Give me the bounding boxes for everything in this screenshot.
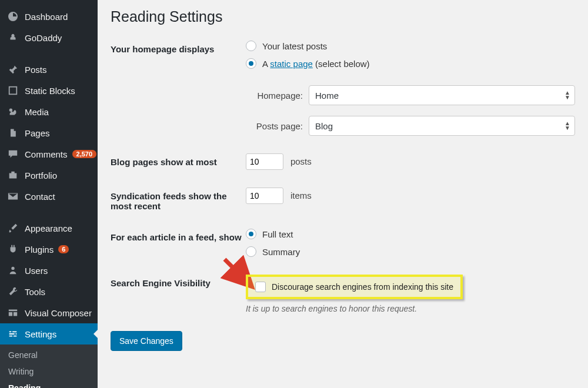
sidebar-item-label: GoDaddy [25, 33, 62, 43]
homepage-select[interactable]: Home [309, 85, 575, 105]
sev-note: It is up to search engines to honor this… [246, 304, 575, 313]
sev-label: Search Engine Visibility [111, 275, 246, 288]
wrench-icon [7, 286, 19, 297]
radio-summary[interactable]: Summary [246, 246, 575, 257]
blog-pages-label: Blog pages show at most [111, 153, 246, 167]
sev-highlight[interactable]: Discourage search engines from indexing … [246, 275, 463, 299]
homepage-select-label: Homepage: [246, 91, 303, 101]
users-icon [7, 265, 19, 276]
sidebar-item-label: Plugins [25, 245, 54, 255]
radio-full-text-input[interactable] [246, 229, 256, 239]
row-blog-pages: Blog pages show at most posts [111, 153, 575, 170]
static-page-link[interactable]: static page [270, 59, 313, 69]
plugins-badge: 6 [58, 245, 69, 253]
radio-latest-posts-input[interactable] [246, 41, 256, 51]
visual-composer-icon [7, 307, 19, 319]
blog-pages-suffix: posts [290, 156, 312, 166]
comment-icon [7, 148, 19, 160]
sidebar-item-label: Visual Composer [25, 308, 92, 318]
radio-static-page[interactable]: A static page (select below) [246, 58, 575, 69]
postspage-select-row: Posts page: Blog ▲▼ [246, 116, 575, 136]
postspage-select[interactable]: Blog [309, 116, 575, 136]
radio-label: Your latest posts [262, 41, 327, 51]
sidebar-item-settings[interactable]: Settings [0, 323, 98, 344]
sidebar-item-static-blocks[interactable]: Static Blocks [0, 80, 98, 101]
row-homepage-displays: Your homepage displays Your latest posts… [111, 41, 575, 136]
syndication-suffix: items [290, 190, 312, 200]
sidebar-item-contact[interactable]: Contact [0, 186, 98, 207]
settings-submenu: General Writing Reading [0, 344, 98, 388]
godaddy-icon [7, 32, 19, 44]
radio-label: Summary [262, 247, 300, 257]
sidebar-item-comments[interactable]: Comments 2,570 [0, 143, 98, 165]
pin-icon [7, 63, 19, 75]
page-title: Reading Settings [111, 8, 575, 25]
sidebar-item-label: Dashboard [25, 12, 68, 22]
sidebar-item-label: Users [25, 266, 48, 276]
sidebar-item-label: Portfolio [25, 170, 57, 180]
radio-label: Full text [262, 229, 293, 239]
radio-static-page-input[interactable] [246, 58, 256, 69]
sidebar-item-portfolio[interactable]: Portfolio [0, 165, 98, 186]
submenu-item-writing[interactable]: Writing [0, 363, 98, 380]
sidebar-item-label: Settings [25, 329, 56, 339]
sidebar-item-visual-composer[interactable]: Visual Composer [0, 302, 98, 323]
sidebar-item-plugins[interactable]: Plugins 6 [0, 239, 98, 260]
sidebar-item-label: Contact [25, 192, 55, 202]
feed-article-label: For each article in a feed, show [111, 229, 246, 242]
sidebar-item-pages[interactable]: Pages [0, 122, 98, 143]
block-icon [7, 85, 19, 96]
sidebar-item-label: Comments [25, 149, 68, 159]
blog-pages-input[interactable] [246, 153, 283, 170]
row-search-engine-visibility: Search Engine Visibility Discourage sear… [111, 275, 575, 313]
submenu-item-reading[interactable]: Reading [0, 380, 98, 388]
plug-icon [7, 243, 19, 255]
brush-icon [7, 222, 19, 234]
dashboard-icon [7, 11, 19, 22]
sliders-icon [7, 328, 19, 340]
sidebar-item-godaddy[interactable]: GoDaddy [0, 27, 98, 48]
comments-badge: 2,570 [72, 150, 97, 158]
sidebar-item-dashboard[interactable]: Dashboard [0, 6, 98, 27]
radio-full-text[interactable]: Full text [246, 229, 575, 239]
sidebar-item-appearance[interactable]: Appearance [0, 218, 98, 239]
envelope-icon [7, 190, 19, 202]
sidebar-item-label: Posts [25, 65, 47, 75]
main-content: Reading Settings Your homepage displays … [98, 0, 588, 388]
sev-checkbox-label: Discourage search engines from indexing … [272, 282, 453, 292]
sidebar-item-media[interactable]: Media [0, 101, 98, 122]
sidebar-item-users[interactable]: Users [0, 260, 98, 281]
sidebar-item-label: Tools [25, 287, 45, 297]
pages-icon [7, 127, 19, 139]
media-icon [7, 106, 19, 118]
submenu-item-general[interactable]: General [0, 347, 98, 363]
homepage-select-row: Homepage: Home ▲▼ [246, 85, 575, 105]
syndication-label: Syndication feeds show the most recent [111, 188, 246, 211]
row-syndication: Syndication feeds show the most recent i… [111, 188, 575, 211]
svg-rect-0 [9, 87, 17, 95]
row-feed-article: For each article in a feed, show Full te… [111, 229, 575, 257]
sev-checkbox[interactable] [255, 282, 266, 292]
sidebar-item-label: Static Blocks [25, 86, 75, 96]
sidebar-item-tools[interactable]: Tools [0, 281, 98, 302]
syndication-input[interactable] [246, 188, 283, 204]
radio-latest-posts[interactable]: Your latest posts [246, 41, 575, 51]
portfolio-icon [7, 169, 19, 181]
sidebar-item-label: Media [25, 107, 49, 117]
radio-summary-input[interactable] [246, 246, 256, 257]
sidebar-item-posts[interactable]: Posts [0, 59, 98, 80]
homepage-displays-label: Your homepage displays [111, 41, 246, 54]
sidebar-item-label: Appearance [25, 223, 72, 233]
admin-sidebar: Dashboard GoDaddy Posts Static Blocks Me… [0, 0, 98, 388]
postspage-select-label: Posts page: [246, 121, 303, 131]
radio-label: A static page (select below) [262, 59, 370, 69]
sidebar-item-label: Pages [25, 128, 50, 138]
save-changes-button[interactable]: Save Changes [111, 331, 182, 351]
